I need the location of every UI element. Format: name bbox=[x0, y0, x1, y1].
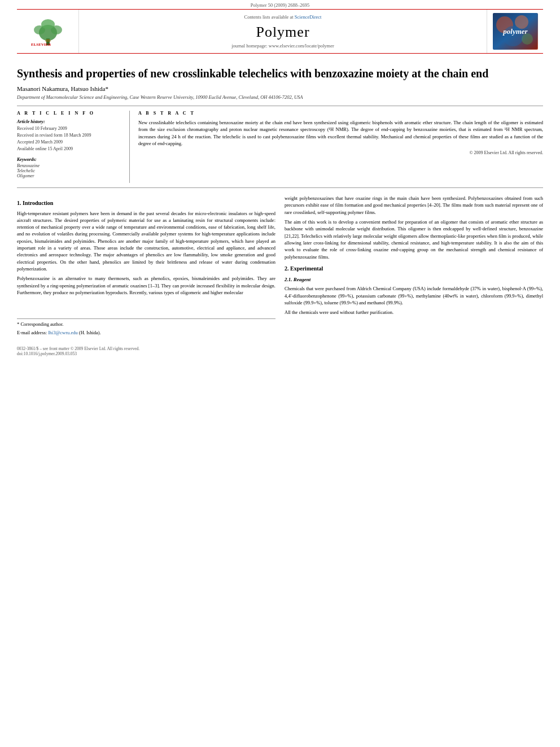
footnote-star: * Corresponding author. bbox=[17, 321, 275, 327]
citation-bar: Polymer 50 (2009) 2688–2695 bbox=[0, 0, 560, 9]
footer: 0032-3861/$ – see front matter © 2009 El… bbox=[17, 346, 543, 356]
elsevier-tree-icon: ELSEVIER bbox=[28, 16, 68, 47]
keyword-1: Benzoxazine bbox=[17, 163, 123, 168]
keywords-label: Keywords: bbox=[17, 157, 123, 162]
polymer-logo-image: polymer bbox=[493, 14, 537, 49]
footer-doi: doi:10.1016/j.polymer.2009.03.053 bbox=[17, 351, 543, 356]
elsevier-logo-area: ELSEVIER bbox=[17, 10, 79, 53]
journal-homepage: journal homepage: www.elsevier.com/locat… bbox=[231, 43, 334, 49]
article-title: Synthesis and properties of new crosslin… bbox=[17, 66, 543, 81]
journal-center-info: Contents lists available at ScienceDirec… bbox=[79, 10, 487, 53]
history-online: Available online 15 April 2009 bbox=[17, 146, 123, 152]
intro-para-3: weight polybenzoxazines that have oxazin… bbox=[285, 195, 543, 216]
body-right-col: weight polybenzoxazines that have oxazin… bbox=[285, 195, 543, 337]
article-info-label: A R T I C L E I N F O bbox=[17, 111, 123, 116]
svg-point-4 bbox=[41, 19, 55, 29]
intro-para-4: The aim of this work is to develop a con… bbox=[285, 219, 543, 260]
reagent-para-2: All the chemicals were used without furt… bbox=[285, 309, 543, 316]
journal-header: ELSEVIER Contents lists available at Sci… bbox=[17, 9, 543, 54]
polymer-logo: polymer bbox=[493, 13, 538, 50]
article-keywords: Keywords: Benzoxazine Telechelic Oligome… bbox=[17, 157, 123, 178]
reagent-para-1: Chemicals that were purchased from Aldri… bbox=[285, 285, 543, 306]
divider-1 bbox=[17, 106, 543, 106]
abstract-column: A B S T R A C T New crosslinkable telech… bbox=[138, 111, 543, 183]
sciencedirect-link[interactable]: ScienceDirect bbox=[295, 14, 322, 20]
keyword-2: Telechelic bbox=[17, 168, 123, 173]
intro-para-2: Polybenzoxazine is an alternative to man… bbox=[17, 275, 275, 296]
body-left-col: 1. Introduction High-temperature resista… bbox=[17, 195, 275, 337]
svg-text:polymer: polymer bbox=[502, 27, 528, 36]
article-info-column: A R T I C L E I N F O Article history: R… bbox=[17, 111, 130, 183]
article-history: Article history: Received 10 February 20… bbox=[17, 119, 123, 152]
citation-text: Polymer 50 (2009) 2688–2695 bbox=[251, 2, 310, 8]
history-label: Article history: bbox=[17, 119, 123, 124]
body-section: 1. Introduction High-temperature resista… bbox=[17, 195, 543, 337]
email-link[interactable]: lhi3@cwru.edu bbox=[48, 330, 77, 335]
authors: Masanori Nakamura, Hatsuo Ishida* bbox=[17, 85, 543, 92]
footer-issn: 0032-3861/$ – see front matter © 2009 El… bbox=[17, 346, 543, 351]
polymer-logo-area: polymer bbox=[487, 10, 543, 53]
divider-2 bbox=[17, 187, 543, 188]
info-abstract-section: A R T I C L E I N F O Article history: R… bbox=[17, 111, 543, 183]
section2-heading: 2. Experimental bbox=[285, 265, 543, 273]
history-received: Received 10 February 2009 bbox=[17, 125, 123, 132]
authors-text: Masanori Nakamura, Hatsuo Ishida* bbox=[17, 85, 108, 92]
journal-title: Polymer bbox=[256, 24, 309, 41]
history-accepted: Accepted 20 March 2009 bbox=[17, 139, 123, 146]
footnote-email: E-mail address: lhi3@cwru.edu (H. Ishida… bbox=[17, 329, 275, 336]
sciencedirect-line: Contents lists available at ScienceDirec… bbox=[244, 14, 322, 20]
history-revised: Received in revised form 18 March 2009 bbox=[17, 132, 123, 139]
section2-1-heading: 2.1. Reagent bbox=[285, 276, 543, 283]
abstract-label: A B S T R A C T bbox=[138, 111, 543, 116]
main-content: Synthesis and properties of new crosslin… bbox=[17, 54, 543, 343]
footnote-area: * Corresponding author. E-mail address: … bbox=[17, 318, 275, 336]
section1-heading: 1. Introduction bbox=[17, 199, 275, 208]
affiliation: Department of Macromolecular Science and… bbox=[17, 94, 543, 100]
abstract-text: New crosslinkable telechelics containing… bbox=[138, 119, 543, 147]
svg-text:ELSEVIER: ELSEVIER bbox=[31, 42, 51, 47]
elsevier-logo: ELSEVIER bbox=[28, 16, 68, 47]
keyword-3: Oligomer bbox=[17, 173, 123, 178]
copyright: © 2009 Elsevier Ltd. All rights reserved… bbox=[138, 150, 543, 155]
intro-para-1: High-temperature resistant polymers have… bbox=[17, 210, 275, 273]
